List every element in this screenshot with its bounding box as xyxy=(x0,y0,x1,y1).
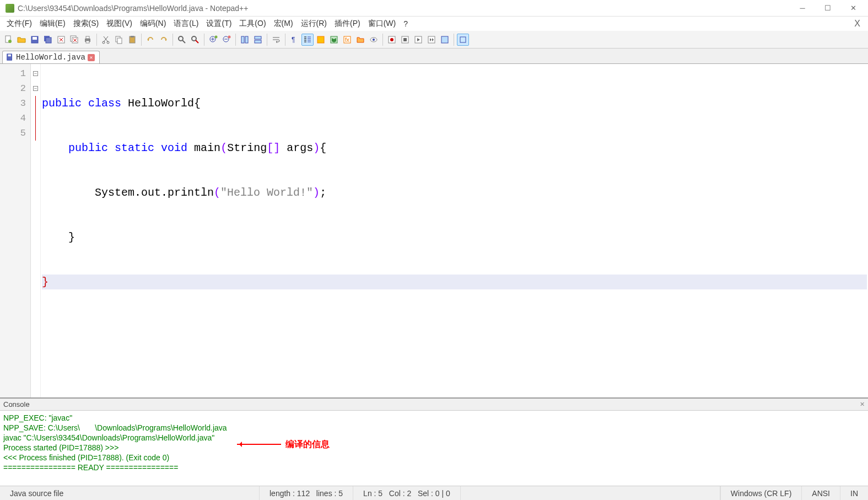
svg-point-1 xyxy=(8,40,12,43)
monitor-icon[interactable] xyxy=(368,34,380,46)
folder-icon[interactable] xyxy=(354,34,366,46)
status-eol[interactable]: Windows (CR LF) xyxy=(720,486,801,500)
console-line: <<< Process finished (PID=17888). (Exit … xyxy=(3,453,865,463)
svg-rect-42 xyxy=(460,37,466,42)
svg-point-36 xyxy=(390,38,393,41)
menu-file[interactable]: 文件(F) xyxy=(3,18,35,30)
fold-line xyxy=(31,96,40,111)
save-all-icon[interactable] xyxy=(42,34,54,46)
console-header: Console ✕ xyxy=(0,399,868,411)
console-line: NPP_SAVE: C:\Users\ \Downloads\Programs\… xyxy=(3,423,865,433)
status-position: Ln : 5 Col : 2 Sel : 0 | 0 xyxy=(353,486,461,500)
menu-tools[interactable]: 工具(O) xyxy=(236,18,269,30)
svg-rect-29 xyxy=(317,36,324,43)
status-insert[interactable]: IN xyxy=(840,486,868,500)
tab-label: HelloWorld.java xyxy=(16,53,85,62)
svg-rect-17 xyxy=(131,36,134,37)
status-encoding[interactable]: ANSI xyxy=(801,486,840,500)
zoom-in-icon[interactable] xyxy=(207,34,219,46)
func-list-icon[interactable]: fx xyxy=(341,34,353,46)
fold-toggle[interactable]: − xyxy=(31,81,40,96)
tab-bar: HelloWorld.java ✕ xyxy=(0,49,868,64)
play-icon[interactable] xyxy=(412,34,424,46)
file-icon xyxy=(6,53,14,61)
svg-point-19 xyxy=(192,36,196,41)
print-icon[interactable] xyxy=(82,34,94,46)
cut-icon[interactable] xyxy=(100,34,112,46)
app-icon xyxy=(6,4,14,13)
status-length: length : 112 lines : 5 xyxy=(260,486,353,500)
sync-v-icon[interactable] xyxy=(239,34,251,46)
line-number: 5 xyxy=(2,126,26,141)
console-line: javac "C:\Users\93454\Downloads\Programs… xyxy=(3,433,865,443)
minimize-button[interactable]: ─ xyxy=(790,0,815,17)
paste-icon[interactable] xyxy=(126,34,138,46)
copy-icon[interactable] xyxy=(113,34,125,46)
svg-rect-44 xyxy=(8,55,11,57)
new-file-icon[interactable] xyxy=(2,34,14,46)
show-all-icon[interactable]: ¶ xyxy=(288,34,300,46)
line-number: 1 xyxy=(2,66,26,81)
menu-settings[interactable]: 设置(T) xyxy=(203,18,235,30)
menu-language[interactable]: 语言(L) xyxy=(170,18,202,30)
line-number: 4 xyxy=(2,111,26,126)
console-title: Console xyxy=(3,400,30,408)
file-tab[interactable]: HelloWorld.java ✕ xyxy=(2,51,100,63)
save-macro-icon[interactable] xyxy=(439,34,451,46)
menu-plugins[interactable]: 插件(P) xyxy=(331,18,364,30)
menu-help[interactable]: ? xyxy=(400,18,411,29)
menu-view[interactable]: 视图(V) xyxy=(103,18,136,30)
stop-icon[interactable] xyxy=(399,34,411,46)
console-close-icon[interactable]: ✕ xyxy=(860,401,865,408)
replace-icon[interactable] xyxy=(189,34,201,46)
fold-toggle[interactable]: − xyxy=(31,66,40,81)
menu-edit[interactable]: 编辑(E) xyxy=(36,18,69,30)
play-multi-icon[interactable] xyxy=(425,34,438,46)
svg-point-21 xyxy=(215,35,218,38)
menu-encoding[interactable]: 编码(N) xyxy=(137,18,169,30)
annotation-label: 编译的信息 xyxy=(285,439,330,449)
line-number: 2 xyxy=(2,81,26,96)
status-bar: Java source file length : 112 lines : 5 … xyxy=(0,486,868,500)
word-wrap-icon[interactable] xyxy=(270,34,282,46)
line-gutter: 1 2 3 4 5 xyxy=(0,64,31,397)
user-lang-icon[interactable] xyxy=(315,34,327,46)
menu-close-button[interactable]: X xyxy=(850,19,865,29)
status-spacer xyxy=(461,486,720,500)
annotation-arrow-icon xyxy=(237,444,281,445)
svg-rect-5 xyxy=(46,37,51,43)
open-file-icon[interactable] xyxy=(15,34,28,46)
sync-h-icon[interactable] xyxy=(252,34,264,46)
svg-text:¶: ¶ xyxy=(292,36,295,44)
record-icon[interactable] xyxy=(386,34,398,46)
find-icon[interactable] xyxy=(176,34,188,46)
redo-icon[interactable] xyxy=(158,34,170,46)
close-all-icon[interactable] xyxy=(68,34,80,46)
indent-guide-icon[interactable] xyxy=(301,34,314,46)
svg-rect-38 xyxy=(403,38,407,41)
svg-rect-24 xyxy=(241,36,244,43)
menu-macro[interactable]: 宏(M) xyxy=(271,18,296,30)
svg-rect-3 xyxy=(33,37,37,40)
code-area[interactable]: public class HelloWorld{ public static v… xyxy=(41,64,868,397)
title-bar: C:\Users\93454\Downloads\Programs\HelloW… xyxy=(0,0,868,17)
toolbar: ¶ fx xyxy=(0,31,868,49)
editor: 1 2 3 4 5 − − public class HelloWorld{ p… xyxy=(0,64,868,397)
menu-search[interactable]: 搜索(S) xyxy=(70,18,103,30)
undo-icon[interactable] xyxy=(144,34,157,46)
menu-run[interactable]: 运行(R) xyxy=(298,18,330,30)
zoom-out-icon[interactable] xyxy=(220,34,233,46)
always-on-top-icon[interactable] xyxy=(457,34,469,46)
console-output[interactable]: NPP_EXEC: "javac" NPP_SAVE: C:\Users\ \D… xyxy=(0,411,868,486)
close-file-icon[interactable] xyxy=(55,34,67,46)
maximize-button[interactable]: ☐ xyxy=(815,0,840,17)
close-tab-icon[interactable]: ✕ xyxy=(88,54,95,61)
doc-map-icon[interactable] xyxy=(328,34,340,46)
close-button[interactable]: ✕ xyxy=(840,0,866,17)
status-filetype: Java source file xyxy=(0,486,260,500)
fold-line xyxy=(31,126,40,141)
menu-window[interactable]: 窗口(W) xyxy=(365,18,400,30)
svg-rect-15 xyxy=(117,38,122,44)
save-icon[interactable] xyxy=(29,34,41,46)
svg-rect-25 xyxy=(245,36,248,43)
